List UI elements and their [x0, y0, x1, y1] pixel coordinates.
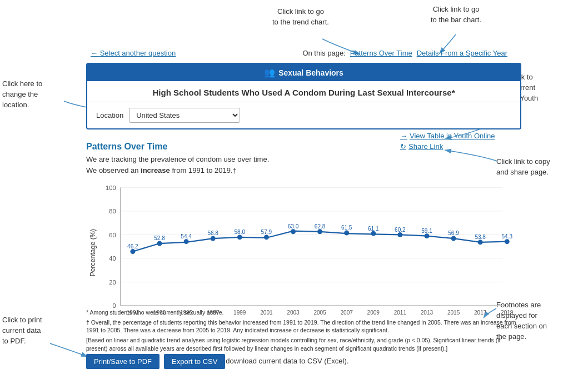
svg-text:56.9: 56.9 [448, 230, 459, 236]
svg-point-40 [344, 231, 349, 236]
svg-point-31 [264, 235, 269, 240]
svg-text:59.1: 59.1 [421, 228, 432, 234]
svg-text:58.0: 58.0 [235, 229, 246, 235]
footnote-3: [Based on linear and quadratic trend ana… [86, 336, 521, 352]
buttons-row: Print/Save to PDF Export to CSV [86, 354, 225, 369]
svg-point-37 [317, 229, 322, 234]
svg-text:80: 80 [109, 208, 116, 215]
svg-text:46.2: 46.2 [127, 243, 138, 250]
patterns-over-time-link[interactable]: Patterns Over Time [350, 49, 412, 57]
annotation-trend-chart: Click link to go to the trend chart. [272, 7, 329, 28]
svg-point-34 [291, 229, 296, 234]
increase-bold: increase [141, 166, 170, 174]
svg-point-28 [237, 235, 242, 240]
people-icon: 👥 [264, 67, 275, 78]
annotation-location: Click here to change the location. [2, 79, 42, 111]
footnotes: * Among students who were currently sexu… [86, 308, 521, 352]
svg-text:52.8: 52.8 [154, 235, 165, 241]
annotation-bar-chart: Click link to go to the bar chart. [431, 4, 481, 26]
patterns-section: Patterns Over Time We are tracking the p… [86, 142, 521, 176]
svg-text:54.3: 54.3 [501, 233, 512, 240]
svg-point-52 [451, 236, 456, 241]
svg-text:63.0: 63.0 [288, 223, 299, 230]
view-table-anchor[interactable]: View Table in Youth Online [410, 132, 495, 140]
svg-text:40: 40 [109, 255, 116, 262]
section-box: 👥 Sexual Behaviors High School Students … [86, 63, 521, 129]
svg-point-49 [425, 233, 430, 238]
footnote-1: * Among students who were currently sexu… [86, 308, 521, 317]
select-question-link[interactable]: Select another question [91, 49, 176, 57]
svg-point-43 [371, 231, 376, 236]
details-specific-year-link[interactable]: Details From a Specific Year [417, 49, 507, 57]
svg-point-25 [211, 236, 216, 241]
svg-text:100: 100 [106, 184, 116, 191]
location-select[interactable]: United States [129, 108, 240, 123]
footnote-2: † Overall, the percentage of students re… [86, 318, 521, 335]
svg-text:53.8: 53.8 [475, 234, 486, 240]
svg-text:60: 60 [109, 232, 116, 238]
location-label: Location [96, 111, 123, 119]
trend-chart: Percentage (%) 100 80 60 40 20 0 46.2 19… [86, 175, 521, 324]
patterns-desc1: We are tracking the prevalence of condom… [86, 154, 521, 165]
on-this-page-label: On this page: [302, 49, 345, 57]
svg-text:62.8: 62.8 [315, 223, 326, 230]
chart-container: Percentage (%) 100 80 60 40 20 0 46.2 19… [86, 175, 521, 308]
patterns-title: Patterns Over Time [86, 142, 521, 152]
svg-text:54.4: 54.4 [181, 233, 192, 240]
print-save-button[interactable]: Print/Save to PDF [86, 354, 160, 369]
svg-text:20: 20 [109, 279, 116, 286]
location-row: Location United States [87, 102, 520, 128]
svg-point-22 [184, 239, 189, 244]
svg-text:61.5: 61.5 [341, 225, 352, 231]
svg-text:56.8: 56.8 [207, 230, 218, 236]
svg-point-46 [397, 232, 402, 237]
section-title: High School Students Who Used A Condom D… [87, 81, 520, 102]
svg-text:60.2: 60.2 [395, 227, 406, 233]
svg-text:Percentage (%): Percentage (%) [89, 229, 97, 276]
export-csv-button[interactable]: Export to CSV [164, 354, 225, 369]
section-header-label: Sexual Behaviors [278, 68, 343, 77]
svg-text:57.9: 57.9 [261, 229, 272, 235]
patterns-desc2: We observed an increase from 1991 to 201… [86, 165, 521, 176]
svg-point-19 [157, 241, 162, 246]
section-header: 👥 Sexual Behaviors [87, 64, 520, 81]
svg-point-58 [505, 239, 510, 244]
arrow-right-icon: → [400, 132, 407, 140]
svg-text:61.1: 61.1 [368, 226, 379, 232]
svg-point-55 [478, 240, 483, 245]
annotation-print: Click to print current data to PDF. [2, 315, 42, 347]
view-table-link[interactable]: → View Table in Youth Online [400, 132, 521, 140]
svg-point-16 [130, 249, 135, 254]
